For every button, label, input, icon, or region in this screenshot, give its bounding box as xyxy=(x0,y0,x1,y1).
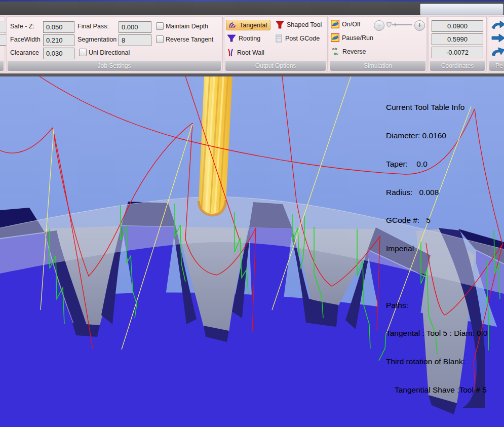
plus-icon: + xyxy=(417,21,421,29)
group-separator xyxy=(427,16,428,71)
info-line: Radius: 0.008 xyxy=(386,188,487,198)
clearance-input[interactable]: 0.030 xyxy=(43,48,74,59)
info-line: Diameter: 0.0160 xyxy=(386,131,487,141)
pause-run-icon xyxy=(331,33,339,42)
ribbon-group-job-settings: Safe - Z: 0.050 Final Pass: 0.000 Mainta… xyxy=(6,16,222,72)
speed-slider: − + xyxy=(374,20,424,30)
facewidth-input[interactable]: 0.210 xyxy=(43,34,74,46)
root-wall-button[interactable]: Root Wall xyxy=(226,48,264,57)
minus-button[interactable]: − xyxy=(374,20,384,31)
title-bar xyxy=(0,0,504,15)
pause-run-button[interactable]: Pause/Run xyxy=(331,33,373,42)
on-off-button[interactable]: On/Off xyxy=(331,20,361,28)
post-gcode-icon xyxy=(276,34,283,43)
tangental-button[interactable]: Tangental xyxy=(226,20,270,30)
reverse-icon-ab: ab xyxy=(332,47,337,51)
segmentation-label: Segmentation xyxy=(77,36,117,43)
title-bar-field[interactable] xyxy=(420,4,503,15)
info-line: Imperial xyxy=(386,244,487,254)
ribbon: Safe - Z: 0.050 Final Pass: 0.000 Mainta… xyxy=(0,15,504,72)
curve-arrow-icon[interactable] xyxy=(491,46,504,56)
rooting-label: Rooting xyxy=(239,35,260,42)
pause-run-label: Pause/Run xyxy=(342,34,373,42)
reverse-tangent-label: Reverse Tangent xyxy=(166,36,213,43)
safe-z-label: Safe - Z: xyxy=(10,23,34,30)
facewidth-label: FaceWidth xyxy=(10,36,41,43)
right-arrow-icon[interactable] xyxy=(491,33,504,43)
tangental-label: Tangental xyxy=(240,22,267,29)
coordinates-caption: Coordinates xyxy=(430,61,485,71)
reverse-tangent-checkbox[interactable] xyxy=(156,35,164,43)
job-settings-caption: Job Settings xyxy=(8,61,221,71)
pens-caption: Pe xyxy=(489,61,504,71)
reverse-label: Reverse xyxy=(342,48,366,55)
maintain-depth-checkbox[interactable] xyxy=(156,22,164,30)
plus-button[interactable]: + xyxy=(414,20,425,31)
group-separator xyxy=(327,16,328,71)
info-line: Paths: xyxy=(386,301,487,310)
rooting-button[interactable]: Rooting xyxy=(227,34,260,42)
group-separator xyxy=(222,16,223,71)
redo-arrow-icon[interactable] xyxy=(491,20,504,30)
info-line: Taper: 0.0 xyxy=(386,160,487,169)
slider-thumb[interactable] xyxy=(387,22,391,27)
coordinate-y-readout: 0.5990 xyxy=(432,33,483,45)
uni-directional-checkbox[interactable] xyxy=(79,49,87,56)
output-options-caption: Output Options xyxy=(225,61,326,71)
uni-directional-label: Uni Directional xyxy=(89,49,130,56)
info-line: Current Tool Table Info xyxy=(386,103,487,112)
info-line: Tangental : Tool 5 : Diam: 0.0 xyxy=(386,329,487,338)
simulation-caption: Simulation xyxy=(330,61,425,71)
on-off-icon xyxy=(331,20,339,28)
coordinate-z-readout: -0.0072 xyxy=(432,47,483,58)
info-line: Third rotation of Blank: xyxy=(386,357,487,367)
app-window: { "ribbon": { "job_settings": { "caption… xyxy=(0,0,504,427)
on-off-label: On/Off xyxy=(342,21,361,28)
maintain-depth-label: Maintain Depth xyxy=(166,23,208,30)
shaped-tool-icon xyxy=(276,21,284,29)
shaped-tool-button[interactable]: Shaped Tool xyxy=(276,21,322,29)
info-line-blank xyxy=(386,273,487,282)
segmentation-input[interactable]: 8 xyxy=(119,34,151,46)
reverse-icon-ac: ac xyxy=(334,52,338,56)
rooting-icon xyxy=(227,34,236,42)
ribbon-group-pens: Pe xyxy=(488,16,504,72)
reverse-button[interactable]: ab ac Reverse xyxy=(331,47,366,56)
info-line: Tangential Shave :Tool # 5 xyxy=(386,385,487,395)
root-wall-label: Root Wall xyxy=(237,49,264,56)
group-separator xyxy=(486,16,487,71)
viewport-top-border xyxy=(0,73,504,76)
coordinate-x-readout: 0.0900 xyxy=(432,20,483,32)
slider-track[interactable] xyxy=(385,20,413,30)
post-gcode-label: Post GCode xyxy=(285,35,320,42)
shaped-tool-label: Shaped Tool xyxy=(287,21,322,28)
ribbon-group-clipped-left xyxy=(0,16,5,72)
window-top-edge xyxy=(0,0,504,2)
final-pass-input[interactable]: 0.000 xyxy=(119,21,151,33)
root-wall-icon xyxy=(226,48,235,57)
tool-info-overlay: Current Tool Table Info Diameter: 0.0160… xyxy=(386,84,487,404)
minus-icon: − xyxy=(377,21,381,29)
info-line: GCode #: 5 xyxy=(386,216,487,225)
ribbon-group-simulation: On/Off Pause/Run ab ac Reverse − xyxy=(329,16,427,72)
reverse-icon: ab ac xyxy=(331,47,340,56)
clipped-caption xyxy=(0,61,4,71)
final-pass-label: Final Pass: xyxy=(77,23,109,30)
clearance-label: Clearance xyxy=(10,49,39,56)
post-gcode-button[interactable]: Post GCode xyxy=(276,34,320,43)
ribbon-group-output-options: Tangental Shaped Tool Rooting Post GCode xyxy=(224,16,327,72)
tangental-icon xyxy=(228,21,237,29)
ribbon-group-coordinates: 0.0900 0.5990 -0.0072 Coordinates xyxy=(429,16,486,72)
safe-z-input[interactable]: 0.050 xyxy=(43,21,74,33)
